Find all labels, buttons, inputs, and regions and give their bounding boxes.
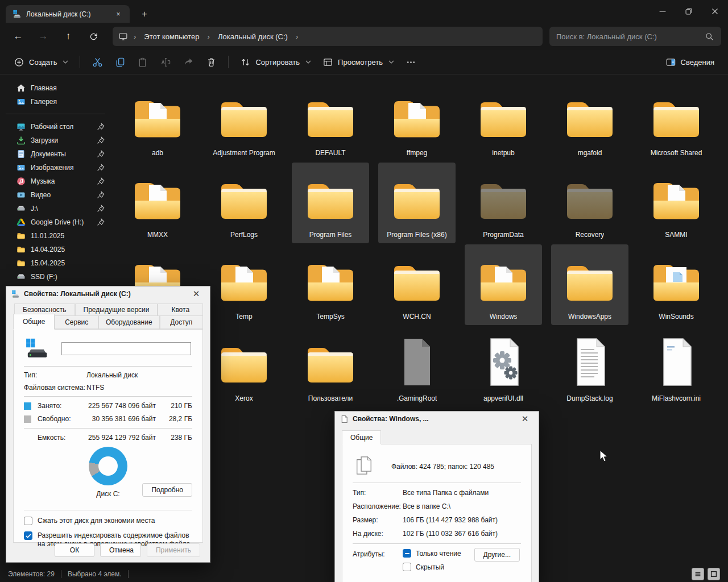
breadcrumb[interactable]: › Этот компьютер › Локальный диск (C:) › bbox=[113, 27, 543, 46]
copy-button[interactable] bbox=[109, 52, 131, 72]
file-tile[interactable]: WindowsApps bbox=[547, 244, 633, 326]
sidebar-item[interactable]: 14.04.2025 bbox=[0, 243, 111, 256]
sidebar-item[interactable]: Изображения bbox=[0, 161, 111, 174]
sidebar-item[interactable]: J:\ bbox=[0, 202, 111, 215]
tab-previous-versions[interactable]: Предыдущие версии bbox=[75, 304, 158, 315]
file-tile[interactable]: PerfLogs bbox=[201, 162, 287, 244]
file-tile[interactable]: Xerox bbox=[201, 326, 287, 408]
sidebar-divider bbox=[6, 114, 105, 114]
documents-icon bbox=[16, 149, 26, 159]
file-tile[interactable]: mgafold bbox=[547, 80, 633, 162]
sidebar-item[interactable]: Документы bbox=[0, 147, 111, 161]
details-button[interactable]: Подробно bbox=[142, 483, 192, 497]
tab-tools[interactable]: Сервис bbox=[55, 315, 98, 329]
file-tile[interactable]: Windows bbox=[460, 244, 547, 326]
volume-name-input[interactable] bbox=[61, 342, 191, 355]
sidebar-item[interactable]: Главная bbox=[0, 81, 111, 95]
dialog-close-button[interactable]: ✕ bbox=[516, 413, 533, 425]
file-tile[interactable]: Temp bbox=[201, 244, 287, 326]
new-tab-button[interactable]: + bbox=[138, 7, 151, 21]
search-input[interactable] bbox=[556, 32, 700, 41]
index-checkbox[interactable] bbox=[24, 531, 32, 540]
hidden-checkbox[interactable] bbox=[403, 563, 411, 571]
icons-view-button[interactable] bbox=[708, 568, 720, 580]
file-tile[interactable]: ffmpeg bbox=[374, 80, 460, 162]
tab-close-button[interactable]: × bbox=[111, 7, 125, 21]
create-button[interactable]: Создать bbox=[8, 53, 74, 72]
file-tile[interactable]: WinSounds bbox=[633, 244, 719, 326]
forward-button[interactable]: → bbox=[32, 26, 55, 47]
file-tile[interactable]: ProgramData bbox=[460, 162, 547, 244]
sidebar-item[interactable]: Google Drive (H:) bbox=[0, 215, 111, 229]
paste-button[interactable] bbox=[131, 52, 154, 72]
cancel-button[interactable]: Отмена bbox=[100, 543, 141, 557]
refresh-button[interactable] bbox=[82, 26, 105, 47]
dialog-close-button[interactable]: ✕ bbox=[188, 288, 205, 300]
tab-general[interactable]: Общие bbox=[342, 430, 381, 444]
rename-button[interactable] bbox=[154, 52, 177, 72]
sidebar-item[interactable]: Загрузки bbox=[0, 134, 111, 147]
sidebar-item[interactable]: Видео bbox=[0, 188, 111, 202]
file-tile[interactable]: .GamingRoot bbox=[374, 326, 460, 408]
folder-sm-icon bbox=[16, 259, 26, 268]
dialog-titlebar[interactable]: Свойства: Локальный диск (C:) ✕ bbox=[6, 286, 210, 301]
file-tile[interactable]: DEFAULT bbox=[287, 80, 374, 162]
ok-button[interactable]: ОК bbox=[55, 543, 94, 557]
view-button[interactable]: Просмотреть bbox=[317, 53, 400, 72]
apply-button[interactable]: Применить bbox=[147, 543, 200, 557]
other-attributes-button[interactable]: Другие... bbox=[474, 548, 520, 562]
sort-button[interactable]: Сортировать bbox=[234, 53, 317, 72]
folder-doc-icon bbox=[649, 171, 704, 226]
file-tile[interactable]: Program Files (x86) bbox=[374, 162, 460, 244]
restore-button[interactable] bbox=[676, 0, 702, 23]
file-tile[interactable]: Пользователи bbox=[287, 326, 374, 408]
back-button[interactable]: ← bbox=[7, 26, 30, 47]
tab-general[interactable]: Общие bbox=[13, 314, 55, 330]
file-tile[interactable]: WCH.CN bbox=[374, 244, 460, 326]
compress-checkbox[interactable] bbox=[24, 517, 32, 525]
close-button[interactable] bbox=[702, 0, 728, 23]
file-tile[interactable]: MiFlashvcom.ini bbox=[633, 326, 719, 408]
search-icon[interactable] bbox=[705, 32, 714, 41]
gdrive-icon bbox=[16, 218, 26, 227]
file-tile[interactable]: DumpStack.log bbox=[547, 326, 633, 408]
more-options-button[interactable] bbox=[400, 52, 423, 72]
sidebar-item[interactable]: Рабочий стол bbox=[0, 120, 111, 134]
tab-hardware[interactable]: Оборудование bbox=[98, 315, 160, 329]
sidebar-item[interactable]: 11.01.2025 bbox=[0, 229, 111, 243]
explorer-tab[interactable]: Локальный диск (C:) × bbox=[6, 5, 130, 23]
search-box[interactable] bbox=[549, 27, 721, 46]
file-tile[interactable]: Adjustment Program bbox=[201, 80, 287, 162]
readonly-checkbox[interactable] bbox=[403, 549, 411, 558]
delete-button[interactable] bbox=[200, 52, 222, 72]
sidebar-item[interactable]: SSD (F:) bbox=[0, 270, 111, 284]
tab-sharing[interactable]: Доступ bbox=[160, 315, 203, 329]
breadcrumb-local-disk[interactable]: Локальный диск (C:) bbox=[216, 31, 290, 42]
file-tile[interactable]: MMXX bbox=[114, 162, 201, 244]
pin-icon bbox=[97, 177, 105, 185]
file-tile[interactable]: SAMMI bbox=[633, 162, 719, 244]
breadcrumb-this-pc[interactable]: Этот компьютер bbox=[142, 31, 201, 42]
file-tile[interactable]: Microsoft Shared bbox=[633, 80, 719, 162]
share-button[interactable] bbox=[177, 52, 200, 72]
file-tile[interactable]: inetpub bbox=[460, 80, 547, 162]
free-space-swatch bbox=[24, 415, 31, 423]
tab-quota[interactable]: Квота bbox=[158, 304, 203, 315]
details-view-button[interactable] bbox=[692, 568, 704, 580]
up-button[interactable]: ↑ bbox=[57, 26, 80, 47]
file-tile[interactable]: appverifUI.dll bbox=[460, 326, 547, 408]
cut-button[interactable] bbox=[86, 52, 109, 72]
dialog-titlebar[interactable]: Свойства: Windows, ... ✕ bbox=[335, 411, 539, 426]
file-tile[interactable]: TempSys bbox=[287, 244, 374, 326]
sidebar-item[interactable]: Музыка bbox=[0, 174, 111, 188]
file-tile[interactable]: Program Files bbox=[287, 162, 374, 244]
file-tile[interactable]: Recovery bbox=[547, 162, 633, 244]
file-tile[interactable]: adb bbox=[114, 80, 201, 162]
details-pane-button[interactable]: Сведения bbox=[660, 53, 720, 72]
sidebar-item[interactable]: Галерея bbox=[0, 95, 111, 109]
file-label: Windows bbox=[490, 313, 518, 321]
folder-sm-icon bbox=[16, 231, 26, 240]
sidebar-top-list: Главная Галерея bbox=[0, 81, 111, 109]
sidebar-item[interactable]: 15.04.2025 bbox=[0, 256, 111, 270]
minimize-button[interactable] bbox=[650, 0, 676, 23]
